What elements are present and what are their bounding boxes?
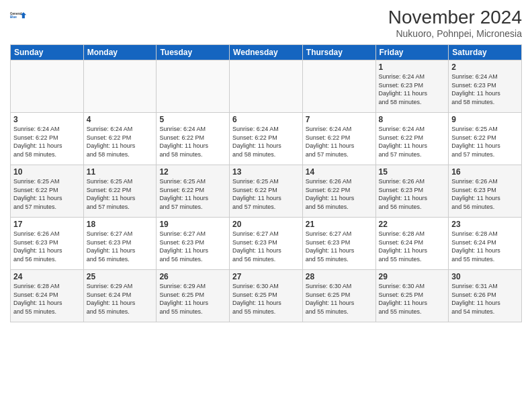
day-info: Sunrise: 6:25 AM Sunset: 6:22 PM Dayligh…	[232, 177, 300, 211]
week-row-2: 3Sunrise: 6:24 AM Sunset: 6:22 PM Daylig…	[11, 113, 522, 165]
calendar-cell: 7Sunrise: 6:24 AM Sunset: 6:22 PM Daylig…	[302, 113, 375, 165]
header: GeneralBlue November 2024 Nukuoro, Pohnp…	[10, 7, 522, 39]
calendar-cell: 13Sunrise: 6:25 AM Sunset: 6:22 PM Dayli…	[230, 165, 303, 218]
calendar-cell: 5Sunrise: 6:24 AM Sunset: 6:22 PM Daylig…	[157, 113, 230, 165]
header-sunday: Sunday	[11, 45, 84, 60]
day-number: 27	[232, 272, 300, 281]
day-number: 19	[159, 220, 226, 229]
day-info: Sunrise: 6:24 AM Sunset: 6:23 PM Dayligh…	[379, 73, 446, 106]
day-info: Sunrise: 6:31 AM Sunset: 6:26 PM Dayligh…	[451, 282, 519, 316]
calendar-cell	[302, 60, 375, 113]
calendar-cell: 28Sunrise: 6:30 AM Sunset: 6:25 PM Dayli…	[302, 270, 375, 322]
day-info: Sunrise: 6:28 AM Sunset: 6:24 PM Dayligh…	[379, 230, 446, 263]
month-title: November 2024	[388, 7, 522, 28]
day-info: Sunrise: 6:25 AM Sunset: 6:22 PM Dayligh…	[87, 177, 154, 211]
day-number: 4	[87, 115, 154, 124]
day-number: 20	[232, 220, 300, 229]
day-number: 9	[451, 115, 519, 124]
day-info: Sunrise: 6:28 AM Sunset: 6:24 PM Dayligh…	[451, 230, 519, 263]
day-number: 21	[306, 220, 373, 229]
calendar-cell	[83, 60, 157, 113]
day-number: 25	[87, 272, 154, 281]
calendar-cell: 10Sunrise: 6:25 AM Sunset: 6:22 PM Dayli…	[11, 165, 84, 218]
week-row-5: 24Sunrise: 6:28 AM Sunset: 6:24 PM Dayli…	[11, 270, 522, 322]
day-number: 13	[232, 167, 300, 177]
calendar-cell: 23Sunrise: 6:28 AM Sunset: 6:24 PM Dayli…	[449, 218, 522, 270]
day-number: 8	[379, 115, 446, 124]
calendar-cell	[157, 60, 230, 113]
day-info: Sunrise: 6:28 AM Sunset: 6:24 PM Dayligh…	[13, 282, 81, 316]
day-info: Sunrise: 6:30 AM Sunset: 6:25 PM Dayligh…	[306, 282, 373, 316]
day-info: Sunrise: 6:27 AM Sunset: 6:23 PM Dayligh…	[232, 230, 300, 263]
day-info: Sunrise: 6:27 AM Sunset: 6:23 PM Dayligh…	[159, 230, 226, 263]
calendar-cell: 6Sunrise: 6:24 AM Sunset: 6:22 PM Daylig…	[230, 113, 303, 165]
day-info: Sunrise: 6:29 AM Sunset: 6:25 PM Dayligh…	[159, 282, 226, 316]
svg-text:General: General	[10, 12, 21, 15]
day-number: 7	[306, 115, 373, 124]
day-number: 6	[232, 115, 300, 124]
calendar-cell: 1Sunrise: 6:24 AM Sunset: 6:23 PM Daylig…	[375, 60, 449, 113]
day-number: 18	[87, 220, 154, 229]
header-wednesday: Wednesday	[230, 45, 303, 60]
calendar-cell: 3Sunrise: 6:24 AM Sunset: 6:22 PM Daylig…	[11, 113, 84, 165]
title-area: November 2024 Nukuoro, Pohnpei, Micrones…	[388, 7, 522, 39]
calendar-cell: 29Sunrise: 6:30 AM Sunset: 6:25 PM Dayli…	[375, 270, 449, 322]
day-info: Sunrise: 6:25 AM Sunset: 6:22 PM Dayligh…	[451, 125, 519, 158]
svg-text:Blue: Blue	[10, 15, 17, 19]
day-header-row: Sunday Monday Tuesday Wednesday Thursday…	[11, 45, 522, 60]
calendar-cell: 21Sunrise: 6:27 AM Sunset: 6:23 PM Dayli…	[302, 218, 375, 270]
calendar-cell: 12Sunrise: 6:25 AM Sunset: 6:22 PM Dayli…	[157, 165, 230, 218]
calendar-cell: 22Sunrise: 6:28 AM Sunset: 6:24 PM Dayli…	[375, 218, 449, 270]
day-info: Sunrise: 6:26 AM Sunset: 6:23 PM Dayligh…	[451, 177, 519, 211]
day-number: 12	[159, 167, 226, 177]
calendar-cell: 24Sunrise: 6:28 AM Sunset: 6:24 PM Dayli…	[11, 270, 84, 322]
day-info: Sunrise: 6:30 AM Sunset: 6:25 PM Dayligh…	[379, 282, 446, 316]
logo-icon: GeneralBlue	[10, 7, 29, 26]
header-friday: Friday	[375, 45, 449, 60]
day-info: Sunrise: 6:27 AM Sunset: 6:23 PM Dayligh…	[306, 230, 373, 263]
calendar-cell: 18Sunrise: 6:27 AM Sunset: 6:23 PM Dayli…	[83, 218, 157, 270]
calendar-table: Sunday Monday Tuesday Wednesday Thursday…	[10, 44, 522, 322]
day-number: 10	[13, 167, 81, 177]
location-title: Nukuoro, Pohnpei, Micronesia	[388, 28, 522, 39]
day-info: Sunrise: 6:24 AM Sunset: 6:23 PM Dayligh…	[451, 73, 519, 106]
day-number: 30	[451, 272, 519, 281]
day-info: Sunrise: 6:25 AM Sunset: 6:22 PM Dayligh…	[13, 177, 81, 211]
calendar-cell: 26Sunrise: 6:29 AM Sunset: 6:25 PM Dayli…	[157, 270, 230, 322]
day-info: Sunrise: 6:26 AM Sunset: 6:23 PM Dayligh…	[379, 177, 446, 211]
day-number: 28	[306, 272, 373, 281]
calendar-cell: 14Sunrise: 6:26 AM Sunset: 6:22 PM Dayli…	[302, 165, 375, 218]
day-info: Sunrise: 6:24 AM Sunset: 6:22 PM Dayligh…	[379, 125, 446, 158]
day-number: 15	[379, 167, 446, 177]
day-number: 17	[13, 220, 81, 229]
day-number: 26	[159, 272, 226, 281]
calendar-cell: 19Sunrise: 6:27 AM Sunset: 6:23 PM Dayli…	[157, 218, 230, 270]
calendar-cell: 25Sunrise: 6:29 AM Sunset: 6:24 PM Dayli…	[83, 270, 157, 322]
header-saturday: Saturday	[449, 45, 522, 60]
week-row-1: 1Sunrise: 6:24 AM Sunset: 6:23 PM Daylig…	[11, 60, 522, 113]
header-thursday: Thursday	[302, 45, 375, 60]
calendar-cell: 17Sunrise: 6:26 AM Sunset: 6:23 PM Dayli…	[11, 218, 84, 270]
day-number: 2	[451, 62, 519, 72]
day-info: Sunrise: 6:24 AM Sunset: 6:22 PM Dayligh…	[232, 125, 300, 158]
calendar-cell: 2Sunrise: 6:24 AM Sunset: 6:23 PM Daylig…	[449, 60, 522, 113]
week-row-4: 17Sunrise: 6:26 AM Sunset: 6:23 PM Dayli…	[11, 218, 522, 270]
calendar-cell: 4Sunrise: 6:24 AM Sunset: 6:22 PM Daylig…	[83, 113, 157, 165]
calendar-cell: 20Sunrise: 6:27 AM Sunset: 6:23 PM Dayli…	[230, 218, 303, 270]
day-number: 24	[13, 272, 81, 281]
day-info: Sunrise: 6:29 AM Sunset: 6:24 PM Dayligh…	[87, 282, 154, 316]
day-info: Sunrise: 6:25 AM Sunset: 6:22 PM Dayligh…	[159, 177, 226, 211]
week-row-3: 10Sunrise: 6:25 AM Sunset: 6:22 PM Dayli…	[11, 165, 522, 218]
calendar-cell: 16Sunrise: 6:26 AM Sunset: 6:23 PM Dayli…	[449, 165, 522, 218]
day-number: 5	[159, 115, 226, 124]
day-number: 23	[451, 220, 519, 229]
day-number: 16	[451, 167, 519, 177]
calendar-cell: 11Sunrise: 6:25 AM Sunset: 6:22 PM Dayli…	[83, 165, 157, 218]
day-info: Sunrise: 6:26 AM Sunset: 6:23 PM Dayligh…	[13, 230, 81, 263]
day-number: 22	[379, 220, 446, 229]
day-number: 1	[379, 62, 446, 72]
calendar-cell: 8Sunrise: 6:24 AM Sunset: 6:22 PM Daylig…	[375, 113, 449, 165]
day-number: 3	[13, 115, 81, 124]
calendar-cell	[230, 60, 303, 113]
logo: GeneralBlue	[10, 7, 29, 26]
